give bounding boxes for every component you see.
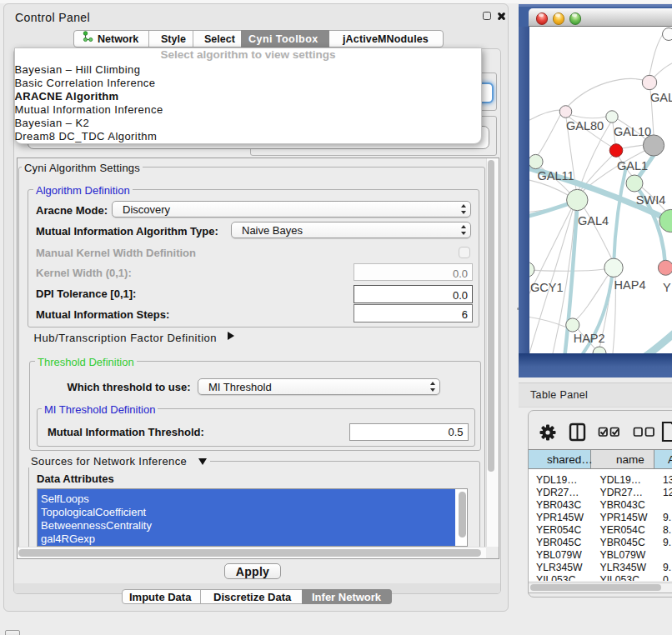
svg-text:HAP4: HAP4 <box>614 278 646 292</box>
svg-text:GAL10: GAL10 <box>614 125 651 138</box>
svg-text:Y: Y <box>663 281 671 294</box>
svg-text:HAP2: HAP2 <box>574 332 605 345</box>
svg-text:GAL1: GAL1 <box>617 159 648 172</box>
svg-text:SWI4: SWI4 <box>636 193 665 207</box>
svg-text:GAL4: GAL4 <box>578 214 609 228</box>
svg-text:GCY1: GCY1 <box>530 281 564 294</box>
svg-text:GAL80: GAL80 <box>566 119 604 132</box>
svg-text:GAL11: GAL11 <box>538 169 574 182</box>
svg-text:GAL7: GAL7 <box>650 91 672 104</box>
